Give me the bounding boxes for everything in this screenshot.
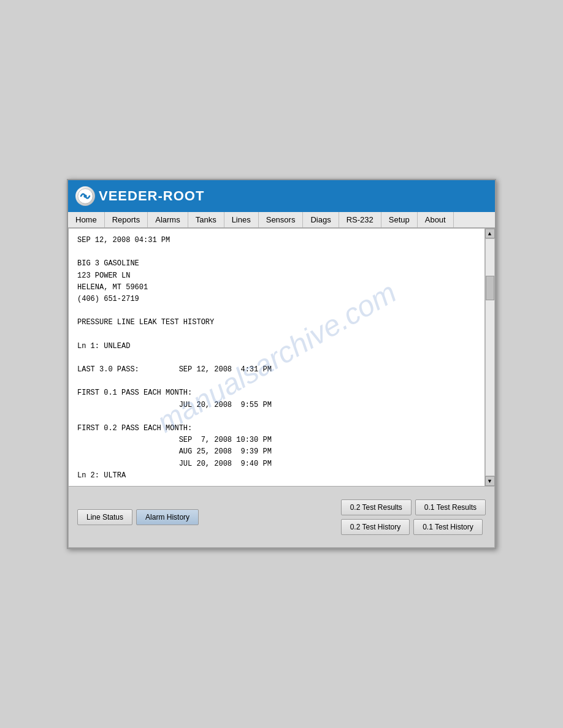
report-line: (406) 651-2719 bbox=[77, 294, 476, 305]
report-line bbox=[77, 329, 476, 341]
report-line bbox=[77, 376, 476, 387]
header: VEEDER-ROOT bbox=[68, 180, 495, 212]
report-line bbox=[77, 305, 476, 317]
test-results-02-button[interactable]: 0.2 Test Results bbox=[341, 499, 412, 515]
report-line: PRESSURE LINE LEAK TEST HISTORY bbox=[77, 317, 476, 328]
nav-setup[interactable]: Setup bbox=[381, 212, 418, 227]
report-line bbox=[77, 246, 476, 258]
nav-rs232[interactable]: RS-232 bbox=[339, 212, 381, 227]
nav-bar: Home Reports Alarms Tanks Lines Sensors … bbox=[68, 212, 495, 228]
brand-name: VEEDER-ROOT bbox=[99, 188, 204, 204]
main-content: SEP 12, 2008 04:31 PM BIG 3 GASOLINE123 … bbox=[69, 229, 494, 486]
nav-home[interactable]: Home bbox=[68, 212, 105, 227]
nav-about[interactable]: About bbox=[418, 212, 454, 227]
report-line: JUL 20, 2008 9:40 PM bbox=[77, 458, 476, 470]
report-line: SEP 7, 2008 10:30 PM bbox=[77, 434, 476, 446]
report-line bbox=[77, 411, 476, 423]
logo bbox=[75, 186, 95, 206]
right-row-bottom: 0.2 Test History 0.1 Test History bbox=[341, 519, 486, 535]
left-buttons: Line Status Alarm History bbox=[77, 509, 336, 525]
scroll-down-arrow[interactable]: ▼ bbox=[485, 476, 495, 486]
svg-point-1 bbox=[83, 194, 86, 197]
report-line: HELENA, MT 59601 bbox=[77, 282, 476, 294]
report-line bbox=[77, 482, 476, 486]
right-row-top: 0.2 Test Results 0.1 Test Results bbox=[341, 499, 486, 515]
test-history-02-button[interactable]: 0.2 Test History bbox=[341, 519, 410, 535]
test-results-01-button[interactable]: 0.1 Test Results bbox=[415, 499, 486, 515]
bottom-bar: Line Status Alarm History 0.2 Test Resul… bbox=[69, 486, 494, 547]
report-line: Ln 2: ULTRA bbox=[77, 470, 476, 482]
report-line: FIRST 0.1 PASS EACH MONTH: bbox=[77, 387, 476, 399]
nav-lines[interactable]: Lines bbox=[224, 212, 259, 227]
test-history-01-button[interactable]: 0.1 Test History bbox=[413, 519, 482, 535]
report-line: AUG 25, 2008 9:39 PM bbox=[77, 446, 476, 458]
report-line bbox=[77, 352, 476, 364]
report-text: SEP 12, 2008 04:31 PM BIG 3 GASOLINE123 … bbox=[69, 229, 484, 486]
report-line: BIG 3 GASOLINE bbox=[77, 258, 476, 270]
line-status-button[interactable]: Line Status bbox=[77, 509, 132, 525]
scroll-thumb[interactable] bbox=[486, 276, 494, 300]
scroll-up-arrow[interactable]: ▲ bbox=[485, 229, 495, 238]
alarm-history-button[interactable]: Alarm History bbox=[136, 509, 199, 525]
nav-alarms[interactable]: Alarms bbox=[148, 212, 188, 227]
scroll-track[interactable] bbox=[485, 238, 495, 476]
report-line: JUL 20, 2008 9:55 PM bbox=[77, 400, 476, 411]
report-line: LAST 3.0 PASS: SEP 12, 2008 4:31 PM bbox=[77, 364, 476, 376]
content-wrapper: SEP 12, 2008 04:31 PM BIG 3 GASOLINE123 … bbox=[69, 229, 484, 486]
right-buttons: 0.2 Test Results 0.1 Test Results 0.2 Te… bbox=[341, 499, 486, 535]
nav-sensors[interactable]: Sensors bbox=[259, 212, 304, 227]
report-line: 123 POWER LN bbox=[77, 270, 476, 282]
nav-reports[interactable]: Reports bbox=[105, 212, 148, 227]
report-line: SEP 12, 2008 04:31 PM bbox=[77, 235, 476, 246]
nav-tanks[interactable]: Tanks bbox=[188, 212, 224, 227]
report-line: Ln 1: UNLEAD bbox=[77, 341, 476, 352]
app-window: VEEDER-ROOT Home Reports Alarms Tanks Li… bbox=[67, 179, 496, 549]
content-area: SEP 12, 2008 04:31 PM BIG 3 GASOLINE123 … bbox=[68, 228, 495, 548]
report-line: FIRST 0.2 PASS EACH MONTH: bbox=[77, 423, 476, 434]
nav-diags[interactable]: Diags bbox=[303, 212, 339, 227]
scrollbar[interactable]: ▲ ▼ bbox=[484, 229, 494, 486]
